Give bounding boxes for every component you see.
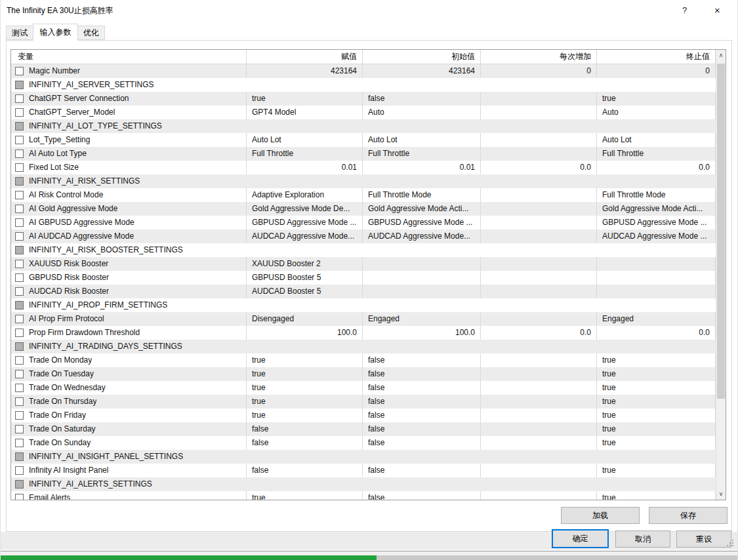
table-row[interactable]: INFINITY_AI_LOT_TYPE_SETTINGS [11,119,716,133]
row-checkbox[interactable] [15,218,24,227]
step-cell[interactable] [481,92,597,106]
value-cell[interactable]: false [247,464,363,477]
table-row[interactable]: GBPUSD Risk Booster GBPUSD Booster 5 [11,271,716,285]
value-cell[interactable]: XAUUSD Booster 2 [247,257,363,271]
step-cell[interactable] [481,174,597,188]
table-row[interactable]: ChatGPT_Server_Model GPT4 Model Auto Aut… [11,106,716,119]
table-row[interactable]: Prop Firm Drawdown Threshold 100.0 100.0… [11,326,716,340]
column-header-stop[interactable]: 终止值 [597,50,716,64]
value-cell[interactable] [247,298,363,312]
step-cell[interactable] [481,202,597,216]
start-cell[interactable] [363,174,481,188]
tab-input-parameters[interactable]: 输入参数 [33,24,78,41]
row-checkbox[interactable] [15,466,24,475]
value-cell[interactable]: true [247,409,363,422]
start-cell[interactable]: 0.01 [363,161,481,174]
table-row[interactable]: Lot_Type_Setting Auto Lot Auto Lot Auto … [11,133,716,147]
value-cell[interactable]: AUDCAD Aggressive Mode... [247,230,363,243]
step-cell[interactable] [481,147,597,161]
stop-cell[interactable] [597,285,716,298]
step-cell[interactable] [481,230,597,243]
table-row[interactable]: INFINITY_AI_TRADING_DAYS_SETTINGS [11,340,716,353]
resize-grip[interactable] [728,540,734,547]
table-row[interactable]: AI Gold Aggressive Mode Gold Aggressive … [11,202,716,216]
step-cell[interactable] [481,353,597,367]
vertical-scrollbar[interactable]: ∧ ∨ [716,50,726,500]
row-checkbox[interactable] [15,329,24,337]
step-cell[interactable] [481,243,597,257]
stop-cell[interactable]: true [597,367,716,381]
stop-cell[interactable]: true [597,92,716,106]
row-checkbox[interactable] [15,342,24,351]
table-row[interactable]: Trade On Monday true false true [11,353,716,367]
stop-cell[interactable] [597,243,716,257]
table-row[interactable]: Fixed Lot Size 0.01 0.01 0.0 0.0 [11,161,716,174]
row-checkbox[interactable] [15,287,24,296]
row-checkbox[interactable] [15,67,24,75]
row-checkbox[interactable] [15,191,24,199]
step-cell[interactable] [481,133,597,147]
row-checkbox[interactable] [15,94,24,103]
step-cell[interactable]: 0.0 [481,161,597,174]
start-cell[interactable]: false [363,353,481,367]
start-cell[interactable]: false [363,422,481,436]
value-cell[interactable]: Adaptive Exploration [247,188,363,202]
step-cell[interactable] [481,312,597,326]
table-row[interactable]: AI GBPUSD Aggressive Mode GBPUSD Aggress… [11,216,716,230]
reset-button[interactable]: 重设 [676,530,731,548]
value-cell[interactable]: GBPUSD Aggressive Mode ... [247,216,363,230]
value-cell[interactable] [247,78,363,92]
step-cell[interactable] [481,271,597,285]
row-checkbox[interactable] [15,301,24,310]
stop-cell[interactable]: Full Throttle [597,147,716,161]
table-row[interactable]: INFINITY_AI_RISK_BOOSTER_SETTINGS [11,243,716,257]
value-cell[interactable]: true [247,367,363,381]
step-cell[interactable] [481,450,597,464]
value-cell[interactable]: 0.01 [247,161,363,174]
stop-cell[interactable]: true [597,353,716,367]
row-checkbox[interactable] [15,315,24,323]
step-cell[interactable] [481,477,597,491]
value-cell[interactable]: Gold Aggressive Mode De... [247,202,363,216]
ok-button[interactable]: 确定 [552,529,609,548]
start-cell[interactable]: Engaged [363,312,481,326]
row-checkbox[interactable] [15,150,24,158]
value-cell[interactable] [247,119,363,133]
start-cell[interactable]: false [363,491,481,500]
step-cell[interactable]: 0 [481,64,597,78]
table-row[interactable]: Trade On Tuesday true false true [11,367,716,381]
stop-cell[interactable]: Engaged [597,312,716,326]
stop-cell[interactable]: Auto Lot [597,133,716,147]
table-row[interactable]: XAUUSD Risk Booster XAUUSD Booster 2 [11,257,716,271]
stop-cell[interactable]: Full Throttle Mode [597,188,716,202]
table-row[interactable]: Email Alerts true false true [11,491,716,500]
start-cell[interactable] [363,271,481,285]
stop-cell[interactable] [597,298,716,312]
stop-cell[interactable]: 0.0 [597,326,716,340]
start-cell[interactable] [363,450,481,464]
start-cell[interactable]: 100.0 [363,326,481,340]
step-cell[interactable] [481,78,597,92]
table-row[interactable]: INFINITY_AI_SERVER_SETTINGS [11,78,716,92]
table-row[interactable]: AUDCAD Risk Booster AUDCAD Booster 5 [11,285,716,298]
stop-cell[interactable]: Auto [597,106,716,119]
value-cell[interactable]: Auto Lot [247,133,363,147]
value-cell[interactable]: true [247,491,363,500]
value-cell[interactable] [247,450,363,464]
table-row[interactable]: Trade On Saturday false false true [11,422,716,436]
row-checkbox[interactable] [15,177,24,186]
scroll-down-button[interactable]: ∨ [716,489,726,500]
table-row[interactable]: Infinity AI Insight Panel false false tr… [11,464,716,477]
stop-cell[interactable]: Gold Aggressive Mode Acti... [597,202,716,216]
column-header-value[interactable]: 赋值 [247,50,363,64]
value-cell[interactable]: GBPUSD Booster 5 [247,271,363,285]
step-cell[interactable] [481,381,597,395]
value-cell[interactable]: false [247,422,363,436]
start-cell[interactable]: Auto [363,106,481,119]
value-cell[interactable]: true [247,395,363,409]
stop-cell[interactable]: true [597,381,716,395]
row-checkbox[interactable] [15,81,24,89]
start-cell[interactable]: false [363,436,481,450]
row-checkbox[interactable] [15,452,24,461]
start-cell[interactable] [363,285,481,298]
